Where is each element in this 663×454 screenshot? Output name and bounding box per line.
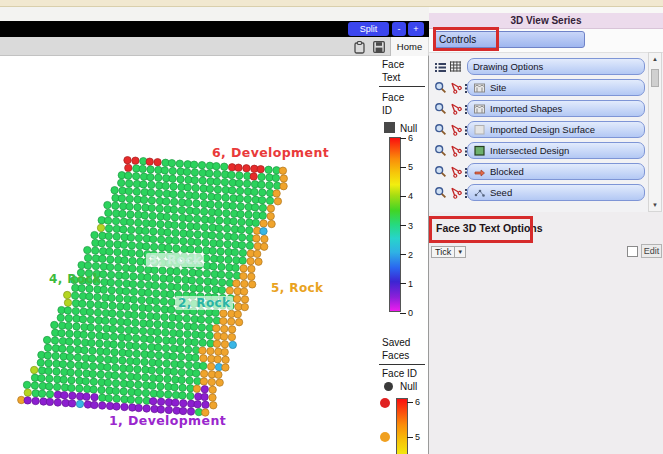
cut-icon[interactable] [448, 122, 462, 136]
edit-checkbox[interactable] [627, 246, 638, 257]
series-label: Site [490, 82, 506, 93]
block-model [0, 56, 428, 454]
cut-icon[interactable] [448, 101, 462, 115]
scroll-up-icon[interactable]: ▲ [650, 54, 660, 64]
series-row: Site [429, 79, 648, 96]
face-id-dot [380, 432, 390, 442]
colorbar-tick: 5 [400, 162, 413, 172]
colorbar-tick: 2 [400, 250, 413, 260]
magnifier-icon[interactable] [433, 122, 447, 136]
cut-icon[interactable] [448, 185, 462, 199]
annotation-box-controls [433, 27, 499, 51]
maximize-button[interactable]: + [408, 22, 424, 36]
shapes-icon [473, 102, 486, 115]
magnifier-icon[interactable] [433, 164, 447, 178]
series-row: Drawing Options [429, 58, 648, 75]
series-label: Blocked [490, 166, 524, 177]
series-button-drawing-options[interactable]: Drawing Options [467, 58, 645, 75]
design-icon [473, 144, 486, 157]
split-button[interactable]: Split [348, 22, 389, 36]
legend-subtitle: Face [382, 92, 426, 103]
list-icon[interactable] [433, 59, 447, 73]
annotation-box-face3d [429, 216, 533, 243]
tick-dropdown-label[interactable]: Tick [431, 246, 455, 258]
series-button-seed[interactable]: Seed [467, 184, 645, 201]
edit-button[interactable]: Edit [641, 244, 662, 258]
legend-column: Face Text Face ID Null 6543210 Saved Fac… [377, 56, 428, 454]
minimize-button[interactable]: - [392, 22, 406, 36]
series-row: Imported Design Surface [429, 121, 648, 138]
colorbar-tick: 6 [400, 133, 413, 143]
right-panel: 3D View Series Controls Drawing Options … [429, 7, 663, 454]
save-icon[interactable] [371, 40, 386, 54]
series-button-blocked[interactable]: Blocked [467, 163, 645, 180]
viewport-3d[interactable]: 6, Development3, Rock4, Rock5, Rock2, Ro… [0, 56, 428, 454]
colorbar-tick: 6 [407, 397, 420, 407]
series-label: Imported Design Surface [490, 124, 595, 135]
series-label: Seed [490, 187, 512, 198]
grid-icon[interactable] [448, 59, 462, 73]
series-scrollbar[interactable]: ▲ ▼ [648, 52, 662, 212]
app-window: Split - + Home 6, Development3, Rock4, R… [0, 0, 663, 454]
series-row: Intersected Design [429, 142, 648, 159]
scroll-thumb[interactable] [651, 69, 659, 87]
view-toolbar: Home [0, 37, 429, 56]
legend-title: Text [382, 72, 426, 83]
home-tab[interactable]: Home [390, 37, 428, 56]
series-button-imported-shapes[interactable]: Imported Shapes [467, 100, 645, 117]
series-button-imported-design-surface[interactable]: Imported Design Surface [467, 121, 645, 138]
magnifier-icon[interactable] [433, 143, 447, 157]
top-strip [0, 0, 663, 7]
legend-divider [379, 364, 425, 365]
view-title-bar: Split - + [0, 21, 429, 37]
cut-icon[interactable] [448, 164, 462, 178]
series-label: Intersected Design [490, 145, 569, 156]
left-panel: Split - + Home 6, Development3, Rock4, R… [0, 7, 429, 454]
magnifier-icon[interactable] [433, 185, 447, 199]
blocked-icon [473, 165, 486, 178]
face-text-options-section: Face 3D Text Options Tick ▼ Edit Str 1✕I… [429, 212, 663, 454]
null-label: Null [400, 381, 428, 392]
magnifier-icon[interactable] [433, 101, 447, 115]
colorbar-tick: 1 [400, 279, 413, 289]
legend2-title: Saved [382, 337, 426, 348]
series-label: Drawing Options [473, 61, 543, 72]
null-swatch [384, 122, 395, 133]
colorbar-tick: 3 [400, 221, 413, 231]
face-id-dot [380, 398, 390, 408]
magnifier-icon[interactable] [433, 80, 447, 94]
series-label: Imported Shapes [490, 103, 562, 114]
colorbar-tick: 0 [400, 308, 413, 318]
chevron-down-icon[interactable]: ▼ [455, 246, 466, 258]
colorbar-tick: 5 [407, 432, 420, 442]
series-button-site[interactable]: Site [467, 79, 645, 96]
cut-icon[interactable] [448, 80, 462, 94]
series-row: Imported Shapes [429, 100, 648, 117]
surface-icon [473, 123, 486, 136]
series-row: Blocked [429, 163, 648, 180]
null-dot [384, 382, 393, 391]
clipboard-icon[interactable] [352, 40, 367, 54]
series-button-intersected-design[interactable]: Intersected Design [467, 142, 645, 159]
legend2-subtitle: Face ID [382, 368, 426, 379]
title-strip [0, 7, 429, 21]
tick-dropdown[interactable]: Tick ▼ [431, 246, 466, 258]
series-list: Drawing Options Site Imported Shapes Imp… [429, 52, 663, 212]
cut-icon[interactable] [448, 143, 462, 157]
colorbar-tick: 4 [400, 191, 413, 201]
legend-title: Face [382, 59, 426, 70]
scroll-down-icon[interactable]: ▼ [650, 200, 660, 210]
seed-icon [473, 186, 486, 199]
site-icon [473, 81, 486, 94]
series-row: Seed [429, 184, 648, 201]
legend2-title: Faces [382, 350, 426, 361]
legend-divider [379, 86, 425, 87]
legend-subtitle: ID [382, 105, 426, 116]
